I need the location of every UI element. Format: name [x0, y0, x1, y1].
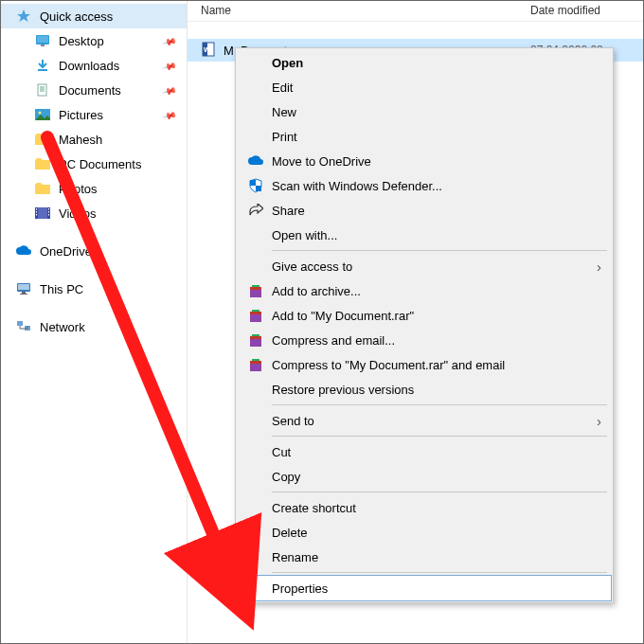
menu-give-access[interactable]: Give access to › [238, 254, 611, 278]
winrar-icon [245, 331, 266, 349]
word-doc-icon: W [201, 42, 218, 59]
svg-rect-5 [38, 84, 46, 96]
sidebar-quick-access[interactable]: Quick access [0, 4, 187, 28]
label: Pictures [59, 108, 164, 122]
submenu-arrow-icon: › [597, 413, 601, 429]
label: Photos [59, 182, 179, 196]
sidebar-item-mahesh[interactable]: Mahesh [0, 127, 187, 152]
svg-rect-23 [22, 292, 26, 294]
winrar-icon [245, 282, 266, 299]
label: Downloads [59, 59, 164, 73]
column-date[interactable]: Date modified [530, 4, 644, 17]
label: Mahesh [59, 133, 179, 147]
menu-restore-versions[interactable]: Restore previous versions [238, 377, 611, 402]
folder-icon [34, 181, 51, 196]
svg-rect-2 [37, 36, 48, 43]
svg-rect-45 [250, 361, 261, 364]
sidebar-item-photos[interactable]: Photos [0, 176, 187, 201]
menu-open[interactable]: Open [238, 50, 611, 75]
svg-rect-20 [48, 214, 49, 216]
menu-add-archive[interactable]: Add to archive... [238, 278, 611, 303]
menu-rename[interactable]: Rename [238, 545, 611, 569]
svg-rect-24 [20, 294, 27, 295]
download-icon [34, 58, 51, 73]
menu-compress-email[interactable]: Compress and email... [238, 328, 611, 352]
context-menu: Open Edit New Print Move to OneDrive Sca… [235, 47, 614, 603]
folder-icon [34, 132, 51, 147]
menu-share[interactable]: Share [238, 198, 611, 223]
submenu-arrow-icon: › [597, 259, 601, 275]
pin-icon: 📌 [162, 33, 177, 48]
label: Quick access [40, 9, 179, 24]
svg-point-10 [39, 112, 42, 115]
svg-rect-33 [250, 180, 256, 186]
menu-divider [272, 492, 607, 492]
winrar-icon [245, 307, 266, 324]
sidebar-item-desktop[interactable]: Desktop 📌 [0, 28, 187, 53]
winrar-icon [245, 356, 266, 373]
svg-rect-43 [252, 334, 259, 336]
menu-new[interactable]: New [238, 99, 611, 124]
sidebar-item-videos[interactable]: Videos [0, 201, 187, 225]
label: This PC [40, 282, 179, 296]
column-name[interactable]: Name [201, 4, 530, 17]
svg-rect-41 [250, 339, 261, 347]
svg-rect-18 [48, 208, 49, 210]
svg-rect-34 [256, 186, 261, 191]
svg-text:W: W [204, 46, 210, 53]
menu-print[interactable]: Print [238, 124, 611, 149]
star-icon [15, 9, 32, 24]
label: Videos [59, 206, 179, 221]
pin-icon: 📌 [162, 58, 177, 73]
svg-rect-46 [252, 359, 259, 361]
navigation-pane: Quick access Desktop 📌 Downloads 📌 Docum… [0, 0, 188, 644]
label: PC Documents [59, 157, 179, 171]
sidebar-this-pc[interactable]: This PC [0, 277, 187, 301]
svg-rect-25 [17, 321, 23, 326]
pc-icon [15, 281, 32, 296]
menu-open-with[interactable]: Open with... [238, 223, 611, 247]
label: OneDrive [40, 244, 179, 259]
menu-defender[interactable]: Scan with Windows Defender... [238, 173, 611, 198]
desktop-icon [34, 33, 51, 48]
menu-edit[interactable]: Edit [238, 75, 611, 99]
svg-rect-3 [41, 45, 45, 46]
svg-rect-15 [36, 208, 37, 210]
svg-rect-35 [250, 290, 261, 297]
svg-rect-19 [48, 211, 49, 213]
menu-delete[interactable]: Delete [238, 520, 611, 545]
svg-rect-37 [252, 285, 259, 287]
sidebar-item-downloads[interactable]: Downloads 📌 [0, 53, 187, 78]
label: Desktop [59, 34, 164, 48]
pictures-icon [34, 107, 51, 122]
menu-divider [272, 572, 607, 573]
sidebar-item-documents[interactable]: Documents 📌 [0, 78, 187, 102]
menu-compress-to-email[interactable]: Compress to "My Document.rar" and email [238, 352, 611, 377]
menu-create-shortcut[interactable]: Create shortcut [238, 495, 611, 520]
svg-rect-40 [252, 310, 259, 312]
onedrive-icon [15, 243, 32, 259]
menu-divider [272, 404, 607, 405]
svg-rect-39 [250, 312, 261, 314]
sidebar-item-pc-documents[interactable]: PC Documents [0, 152, 187, 176]
menu-properties[interactable]: Properties [238, 576, 611, 600]
menu-send-to[interactable]: Send to › [238, 408, 611, 433]
pin-icon: 📌 [162, 82, 177, 98]
svg-rect-38 [250, 314, 261, 322]
svg-rect-17 [36, 214, 37, 216]
column-headers[interactable]: Name Date modified [188, 0, 644, 22]
svg-rect-36 [250, 287, 261, 290]
menu-add-to-rar[interactable]: Add to "My Document.rar" [238, 303, 611, 328]
menu-move-onedrive[interactable]: Move to OneDrive [238, 149, 611, 173]
videos-icon [34, 206, 51, 221]
menu-cut[interactable]: Cut [238, 439, 611, 464]
svg-rect-4 [38, 69, 47, 71]
menu-divider [272, 436, 607, 437]
label: Network [40, 320, 179, 334]
sidebar-onedrive[interactable]: OneDrive [0, 239, 187, 263]
sidebar-item-pictures[interactable]: Pictures 📌 [0, 102, 187, 127]
menu-copy[interactable]: Copy [238, 464, 611, 489]
svg-rect-44 [250, 364, 261, 371]
documents-icon [34, 82, 51, 98]
sidebar-network[interactable]: Network [0, 314, 187, 339]
